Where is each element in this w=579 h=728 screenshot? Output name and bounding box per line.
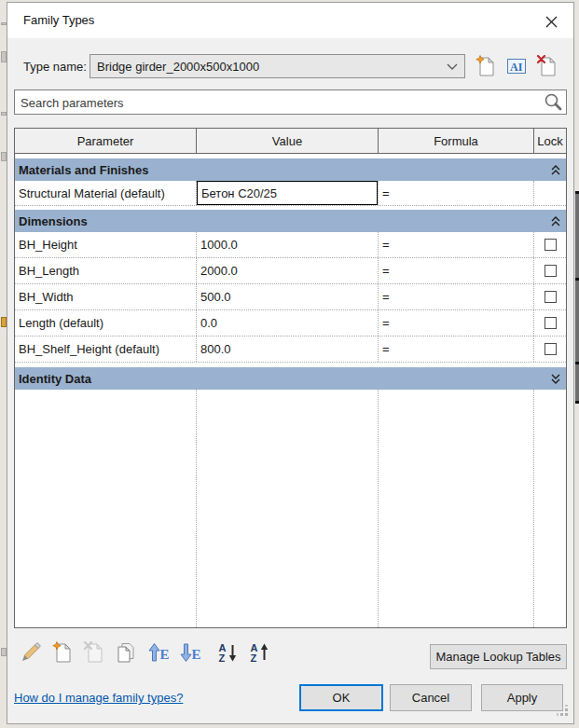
- sort-descending-button[interactable]: A Z: [249, 641, 271, 664]
- lock-cell: [534, 284, 566, 309]
- parameter-formula[interactable]: =: [379, 284, 534, 309]
- parameter-value[interactable]: 0.0: [197, 310, 379, 336]
- parameter-formula[interactable]: =: [379, 258, 534, 283]
- lock-cell: [534, 337, 566, 362]
- parameter-formula[interactable]: =: [379, 310, 534, 336]
- new-type-button[interactable]: [475, 55, 497, 77]
- family-types-dialog: Family Types Type name: Bridge girder_20…: [7, 2, 574, 724]
- parameter-value[interactable]: 2000.0: [197, 258, 379, 283]
- type-name-label: Type name:: [23, 60, 87, 74]
- table-row: Length (default) 0.0 =: [15, 310, 566, 337]
- group-header-dimensions[interactable]: Dimensions: [15, 210, 566, 232]
- lock-checkbox[interactable]: [545, 343, 557, 355]
- group-header-identity-data[interactable]: Identity Data: [15, 367, 566, 390]
- lock-cell: [534, 181, 566, 205]
- sort-ascending-icon: A Z: [217, 641, 240, 664]
- svg-text:Z: Z: [219, 652, 226, 664]
- search-icon: [543, 92, 563, 113]
- parameter-value-cell: Бетон C20/25: [197, 181, 379, 205]
- empty-formula-column: [379, 390, 534, 627]
- background-right-sliver: [575, 0, 579, 728]
- parameter-name: BH_Length: [15, 258, 197, 283]
- lock-checkbox[interactable]: [545, 317, 557, 329]
- parameter-value[interactable]: 500.0: [197, 284, 379, 309]
- parameter-value[interactable]: 1000.0: [197, 232, 379, 257]
- new-parameter-icon: [51, 641, 74, 664]
- empty-value-column: [197, 390, 379, 627]
- table-row: BH_Height 1000.0 =: [15, 232, 566, 258]
- type-name-select[interactable]: Bridge girder_2000x500x1000: [90, 54, 465, 78]
- delete-type-button[interactable]: [536, 55, 558, 77]
- background-fragment: [575, 362, 579, 364]
- delete-parameter-icon: [83, 641, 105, 664]
- new-parameter-button[interactable]: [51, 641, 74, 664]
- collapse-group-icon[interactable]: [551, 165, 560, 175]
- svg-text:E: E: [192, 647, 201, 662]
- parameter-formula[interactable]: =: [379, 232, 534, 257]
- parameter-formula[interactable]: =: [379, 181, 534, 205]
- column-header-parameter[interactable]: Parameter: [15, 129, 197, 153]
- value-edit-field[interactable]: Бетон C20/25: [197, 181, 378, 205]
- empty-table-area: [15, 390, 566, 627]
- dialog-title: Family Types: [23, 13, 94, 27]
- parameter-name: BH_Shelf_Height (default): [15, 337, 197, 362]
- background-fragment: [575, 191, 579, 194]
- help-link[interactable]: How do I manage family types?: [14, 691, 183, 705]
- search-input[interactable]: [19, 91, 537, 114]
- delete-parameter-button[interactable]: [83, 641, 105, 664]
- close-button[interactable]: [540, 11, 562, 32]
- edit-parameter-icon: [20, 641, 42, 664]
- sort-descending-icon: A Z: [249, 641, 271, 664]
- column-header-lock[interactable]: Lock: [534, 129, 566, 153]
- lock-checkbox[interactable]: [545, 239, 557, 251]
- background-scroll-fragment: [575, 191, 579, 404]
- type-name-value: Bridge girder_2000x500x1000: [97, 60, 259, 74]
- lock-cell: [534, 310, 566, 336]
- parameters-table: Parameter Value Formula Lock Materials a…: [14, 128, 567, 628]
- svg-text:E: E: [160, 647, 170, 662]
- column-header-value[interactable]: Value: [197, 129, 379, 153]
- table-row: Structural Material (default) Бетон C20/…: [15, 181, 566, 206]
- parameter-name: Structural Material (default): [15, 181, 197, 205]
- edit-parameter-button[interactable]: [20, 641, 42, 664]
- manage-lookup-tables-button[interactable]: Manage Lookup Tables: [430, 644, 567, 669]
- cancel-button[interactable]: Cancel: [390, 684, 472, 711]
- background-fragment: [575, 401, 579, 404]
- lock-checkbox[interactable]: [545, 265, 557, 277]
- move-parameter-up-button[interactable]: E: [146, 641, 169, 664]
- svg-text:A: A: [219, 642, 227, 653]
- table-row: BH_Length 2000.0 =: [15, 258, 566, 284]
- column-header-formula[interactable]: Formula: [379, 129, 534, 153]
- expand-group-icon[interactable]: [551, 374, 560, 384]
- group-label: Identity Data: [19, 372, 91, 386]
- lock-cell: [534, 258, 566, 283]
- rename-type-icon: AI: [505, 55, 528, 77]
- svg-text:Z: Z: [251, 652, 257, 664]
- sort-ascending-button[interactable]: A Z: [217, 641, 240, 664]
- delete-type-icon: [536, 55, 558, 77]
- parameter-toolbar: E E A Z A Z: [20, 641, 271, 664]
- close-icon: [545, 16, 558, 28]
- rename-type-button[interactable]: AI: [505, 55, 528, 77]
- collapse-group-icon[interactable]: [551, 216, 560, 227]
- group-label: Dimensions: [19, 214, 88, 228]
- parameter-value[interactable]: 800.0: [197, 337, 379, 362]
- svg-text:AI: AI: [510, 61, 523, 74]
- group-header-materials-and-finishes[interactable]: Materials and Finishes: [15, 158, 566, 181]
- parameter-name: BH_Width: [15, 284, 197, 309]
- lock-cell: [534, 232, 566, 257]
- lock-checkbox[interactable]: [545, 291, 557, 303]
- ok-button[interactable]: OK: [299, 684, 383, 711]
- parameter-name: Length (default): [15, 310, 197, 336]
- table-row: BH_Width 500.0 =: [15, 284, 566, 310]
- new-type-icon: [475, 55, 497, 77]
- parameter-formula[interactable]: =: [379, 337, 534, 362]
- duplicate-parameter-button[interactable]: [115, 641, 137, 664]
- table-row: BH_Shelf_Height (default) 800.0 =: [15, 337, 566, 363]
- svg-text:A: A: [251, 642, 258, 653]
- move-parameter-down-button[interactable]: E: [178, 641, 200, 664]
- search-box: [14, 89, 567, 115]
- chevron-down-icon: [447, 63, 458, 71]
- resize-grip[interactable]: [557, 705, 569, 717]
- apply-button[interactable]: Apply: [481, 684, 563, 711]
